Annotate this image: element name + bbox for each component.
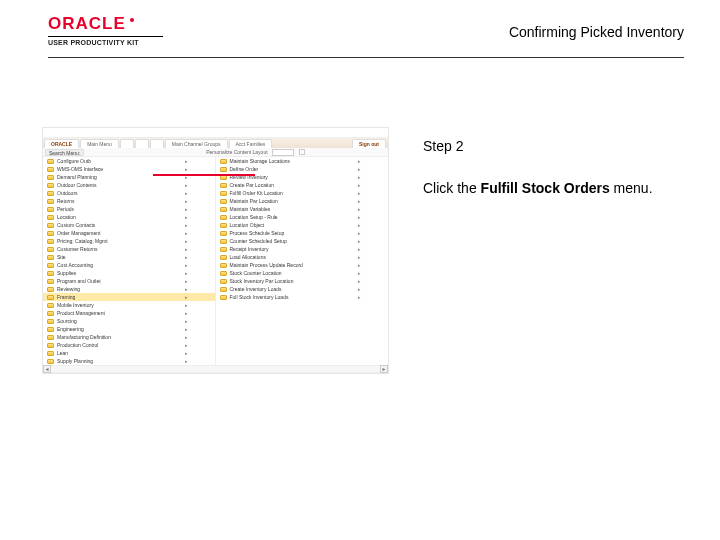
- menu-item[interactable]: Manufacturing Definition▸: [43, 333, 215, 341]
- folder-icon: [220, 223, 227, 228]
- submenu-item[interactable]: Process Schedule Setup▸: [216, 229, 389, 237]
- tab-signout[interactable]: Sign out: [352, 139, 386, 148]
- menu-item[interactable]: Configure Outb▸: [43, 157, 215, 165]
- menu-item[interactable]: Supply Planning▸: [43, 357, 215, 365]
- instruction-prefix: Click the: [423, 180, 481, 196]
- submenu-item-label: Stock Inventory Par Location: [230, 278, 294, 284]
- folder-icon: [47, 287, 54, 292]
- menu-item[interactable]: WMS-OMS Interface▸: [43, 165, 215, 173]
- chevron-right-icon: ▸: [358, 214, 361, 220]
- help-icon[interactable]: [299, 149, 305, 155]
- menu-item-label: Engineering: [57, 326, 84, 332]
- submenu-item[interactable]: Maintain Variables▸: [216, 205, 389, 213]
- menu-item[interactable]: Pricing; Catalog; Mgmt▸: [43, 237, 215, 245]
- menu-item[interactable]: Order Management▸: [43, 229, 215, 237]
- submenu-item[interactable]: Stock Counter Location▸: [216, 269, 389, 277]
- submenu-item-label: Maintain Process Update Record: [230, 262, 303, 268]
- tab-blank[interactable]: [135, 139, 149, 148]
- submenu-item-label: Load Allocations: [230, 254, 266, 260]
- submenu-item[interactable]: Location Setup - Rule▸: [216, 213, 389, 221]
- chevron-right-icon: ▸: [185, 318, 188, 324]
- chevron-right-icon: ▸: [358, 238, 361, 244]
- tab-acct-families[interactable]: Acct Families: [229, 139, 273, 148]
- folder-icon: [220, 215, 227, 220]
- menu-column-right: Maintain Storage Locations▸Define Order▸…: [216, 157, 389, 365]
- scroll-track[interactable]: [51, 365, 380, 373]
- submenu-item-label: Fulfill Order Kit Location: [230, 190, 283, 196]
- submenu-item[interactable]: Create Par Location▸: [216, 181, 389, 189]
- menu-item[interactable]: Custom Contacts▸: [43, 221, 215, 229]
- submenu-item[interactable]: Create Inventory Loads▸: [216, 285, 389, 293]
- menu-item[interactable]: Product Management▸: [43, 309, 215, 317]
- scroll-left-button[interactable]: ◄: [43, 365, 51, 373]
- submenu-item[interactable]: Maintain Process Update Record▸: [216, 261, 389, 269]
- menu-item[interactable]: Cost Accounting▸: [43, 261, 215, 269]
- search-label: Search Menu:: [45, 149, 84, 156]
- scroll-right-button[interactable]: ►: [380, 365, 388, 373]
- submenu-item[interactable]: Stock Inventory Par Location▸: [216, 277, 389, 285]
- chevron-right-icon: ▸: [358, 222, 361, 228]
- menu-column-left: Configure Outb▸WMS-OMS Interface▸Demand …: [43, 157, 216, 365]
- menu-item[interactable]: Mobile Inventory▸: [43, 301, 215, 309]
- menu-item-label: Program and Outlet: [57, 278, 101, 284]
- tab-blank[interactable]: [120, 139, 134, 148]
- chevron-right-icon: ▸: [185, 246, 188, 252]
- folder-icon: [47, 215, 54, 220]
- menu-item[interactable]: Outdoor Contents▸: [43, 181, 215, 189]
- tab-main-menu[interactable]: Main Menu: [80, 139, 119, 148]
- folder-icon: [220, 271, 227, 276]
- submenu-item-label: Receipt Inventory: [230, 246, 269, 252]
- submenu-item[interactable]: Define Order▸: [216, 165, 389, 173]
- menu-item[interactable]: Customer Returns▸: [43, 245, 215, 253]
- tab-main-channel[interactable]: Main Channel Groups: [165, 139, 228, 148]
- folder-icon: [220, 183, 227, 188]
- chevron-right-icon: ▸: [358, 230, 361, 236]
- menu-item[interactable]: Location▸: [43, 213, 215, 221]
- submenu-item[interactable]: Receipt Inventory▸: [216, 245, 389, 253]
- submenu-item[interactable]: Counter Scheduled Setup▸: [216, 237, 389, 245]
- menu-item[interactable]: Periods▸: [43, 205, 215, 213]
- chevron-right-icon: ▸: [185, 262, 188, 268]
- personalize-select[interactable]: [272, 149, 294, 156]
- submenu-item-label: Maintain Par Location: [230, 198, 278, 204]
- submenu-item[interactable]: Fulfill Order Kit Location▸: [216, 189, 389, 197]
- menu-item-label: Sourcing: [57, 318, 77, 324]
- folder-icon: [47, 167, 54, 172]
- menu-item[interactable]: Supplies▸: [43, 269, 215, 277]
- submenu-item[interactable]: Location Object▸: [216, 221, 389, 229]
- menu-item-label: Framing: [57, 294, 75, 300]
- folder-icon: [47, 247, 54, 252]
- menu-item[interactable]: Framing▸: [43, 293, 215, 301]
- submenu-item-label: Process Schedule Setup: [230, 230, 285, 236]
- submenu-item[interactable]: Maintain Storage Locations▸: [216, 157, 389, 165]
- chevron-right-icon: ▸: [185, 294, 188, 300]
- folder-icon: [47, 239, 54, 244]
- submenu-item[interactable]: Full Stock Inventory Loads▸: [216, 293, 389, 301]
- chevron-right-icon: ▸: [185, 302, 188, 308]
- menu-item-label: Periods: [57, 206, 74, 212]
- screenshot-titlebar: [43, 128, 388, 138]
- menu-item[interactable]: Production Control▸: [43, 341, 215, 349]
- submenu-item-label: Location Setup - Rule: [230, 214, 278, 220]
- menu-item[interactable]: Sourcing▸: [43, 317, 215, 325]
- menu-item[interactable]: Engineering▸: [43, 325, 215, 333]
- folder-icon: [47, 319, 54, 324]
- chevron-right-icon: ▸: [358, 286, 361, 292]
- menu-item[interactable]: Returns▸: [43, 197, 215, 205]
- submenu-item-label: Create Par Location: [230, 182, 274, 188]
- tab-blank[interactable]: [150, 139, 164, 148]
- menu-item[interactable]: Lean▸: [43, 349, 215, 357]
- submenu-item[interactable]: Load Allocations▸: [216, 253, 389, 261]
- menu-item-label: Product Management: [57, 310, 105, 316]
- tab-oracle[interactable]: ORACLE: [44, 139, 79, 148]
- menu-item[interactable]: Site▸: [43, 253, 215, 261]
- submenu-item-label: Maintain Storage Locations: [230, 158, 291, 164]
- submenu-item[interactable]: Maintain Par Location▸: [216, 197, 389, 205]
- chevron-right-icon: ▸: [358, 294, 361, 300]
- chevron-right-icon: ▸: [358, 166, 361, 172]
- menu-item[interactable]: Reviewing▸: [43, 285, 215, 293]
- menu-item[interactable]: Program and Outlet▸: [43, 277, 215, 285]
- chevron-right-icon: ▸: [185, 198, 188, 204]
- menu-item-label: Supplies: [57, 270, 76, 276]
- menu-item[interactable]: Outdoors▸: [43, 189, 215, 197]
